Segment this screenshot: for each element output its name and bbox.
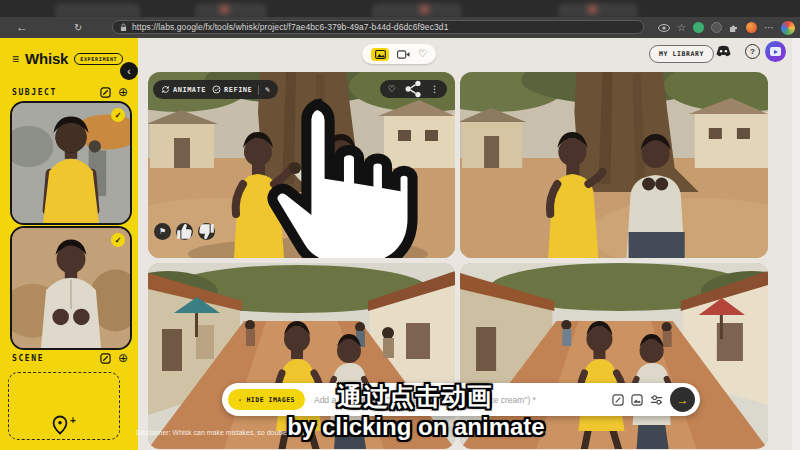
- favorites-star-icon[interactable]: ☆: [677, 23, 686, 33]
- question-icon: ?: [750, 47, 755, 56]
- subject-photo-man: [12, 228, 130, 348]
- scroll-gutter: [792, 38, 800, 450]
- browser-tab-strip: [0, 0, 800, 17]
- scene-section-label: SCENE: [12, 354, 44, 363]
- help-button[interactable]: ?: [745, 44, 760, 59]
- generated-image-1[interactable]: ANIMATE REFINE ✎ ♡ ⋮ ⚑: [148, 72, 455, 258]
- subject-card-man[interactable]: ✓: [10, 226, 132, 350]
- tab-favicon: [420, 5, 429, 14]
- my-library-button[interactable]: MY LIBRARY: [649, 45, 714, 63]
- tab-favicon: [588, 5, 597, 14]
- discord-icon[interactable]: [715, 45, 732, 58]
- back-icon[interactable]: ←: [16, 19, 28, 36]
- browser-tab[interactable]: [558, 3, 638, 17]
- refresh-icon[interactable]: ↻: [74, 19, 82, 36]
- browser-tab[interactable]: [55, 3, 140, 17]
- chevron-left-icon: ‹: [238, 396, 242, 404]
- add-scene-icon[interactable]: ⊕: [118, 352, 128, 364]
- extensions-puzzle-icon[interactable]: [729, 23, 739, 33]
- user-avatar[interactable]: [765, 41, 786, 62]
- extension-icon-green[interactable]: [693, 22, 704, 33]
- address-bar: ← ↻ https://labs.google/fx/tools/whisk/p…: [0, 17, 800, 38]
- clear-image-icon[interactable]: [100, 87, 111, 98]
- selected-check-icon[interactable]: ✓: [111, 108, 125, 122]
- tab-favicon: [220, 5, 229, 14]
- settings-button[interactable]: [650, 394, 663, 406]
- video-mode-icon[interactable]: [397, 50, 410, 59]
- hamburger-menu-icon[interactable]: ≡: [12, 52, 19, 66]
- chevron-left-icon: ‹: [127, 66, 130, 77]
- app-title: Whisk: [25, 50, 68, 67]
- flag-icon: ⚑: [159, 227, 166, 236]
- browser-menu-icon[interactable]: ⋯: [764, 23, 774, 33]
- arrow-right-icon: →: [677, 393, 689, 407]
- subtitle-chinese: 通过点击动画: [337, 380, 493, 413]
- pin-plus-icon[interactable]: +: [70, 415, 76, 426]
- extension-icon-orange[interactable]: [746, 22, 757, 33]
- location-pin-icon: [52, 415, 68, 435]
- hand-cursor: [180, 93, 455, 258]
- selected-check-icon[interactable]: ✓: [111, 233, 125, 247]
- scene-drop-zone[interactable]: +: [8, 372, 120, 440]
- sidebar: ≡ Whisk EXPERIMENT SUBJECT ⊕: [0, 38, 138, 450]
- url-text: https://labs.google/fx/tools/whisk/proje…: [132, 22, 448, 32]
- extension-icon-dark[interactable]: [711, 22, 722, 33]
- hide-images-button[interactable]: ‹ HIDE IMAGES: [228, 389, 305, 410]
- animate-icon: [161, 85, 170, 94]
- favorites-mode-icon[interactable]: ♡: [418, 49, 427, 59]
- subject-card-woman[interactable]: ✓: [10, 101, 132, 225]
- image-frame-icon: [631, 394, 643, 406]
- remove-image-context-button[interactable]: [612, 394, 624, 406]
- add-image-button[interactable]: [631, 394, 643, 406]
- generated-image-2[interactable]: [460, 72, 768, 258]
- flag-button[interactable]: ⚑: [154, 223, 171, 240]
- image-icon: [375, 50, 386, 59]
- sidebar-collapse-button[interactable]: ‹: [120, 62, 138, 80]
- mode-toggle: ♡: [362, 44, 436, 64]
- clear-scene-icon[interactable]: [100, 353, 111, 364]
- subject-photo-woman: [12, 103, 130, 223]
- profile-avatar-icon[interactable]: [781, 21, 795, 35]
- images-mode-button[interactable]: [371, 48, 389, 61]
- subject-section-label: SUBJECT: [12, 88, 57, 97]
- experiment-badge: EXPERIMENT: [74, 53, 123, 65]
- submit-prompt-button[interactable]: →: [670, 387, 695, 412]
- browser-chrome: ← ↻ https://labs.google/fx/tools/whisk/p…: [0, 0, 800, 38]
- photo-couple-under-tree-2: [460, 72, 768, 258]
- lock-icon: [120, 23, 127, 32]
- reading-mode-icon[interactable]: [658, 24, 670, 32]
- browser-tab[interactable]: [195, 3, 267, 17]
- hide-images-label: HIDE IMAGES: [246, 396, 295, 404]
- sliders-icon: [650, 394, 663, 406]
- url-field[interactable]: https://labs.google/fx/tools/whisk/proje…: [112, 20, 644, 34]
- image-remove-icon: [612, 394, 624, 406]
- browser-tab[interactable]: [372, 3, 462, 17]
- add-subject-icon[interactable]: ⊕: [118, 86, 128, 98]
- subtitle-english: by clicking on animate: [287, 413, 544, 441]
